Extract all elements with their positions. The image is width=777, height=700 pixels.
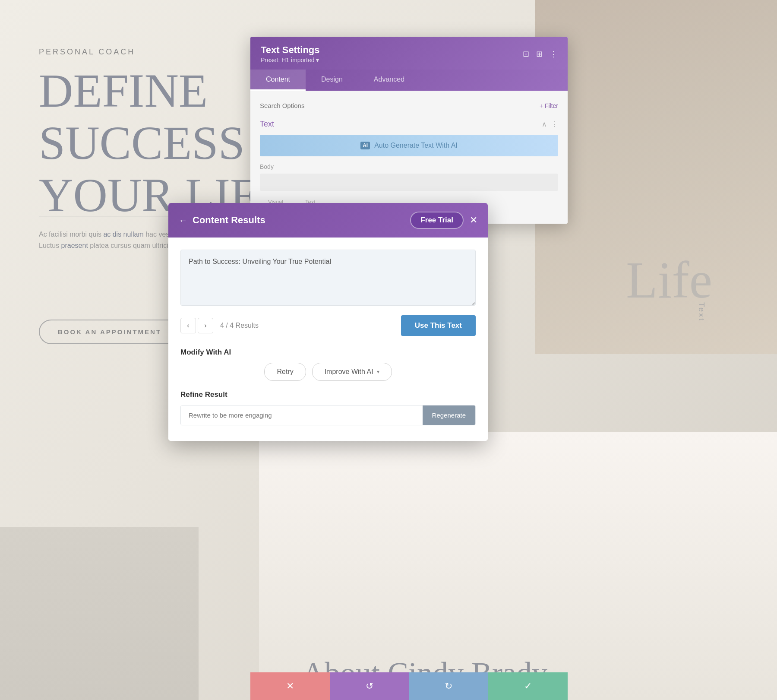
improve-dropdown-icon: ▾ <box>377 369 379 375</box>
close-modal-icon[interactable]: ✕ <box>470 215 477 225</box>
bg-bottom-left-image <box>0 527 199 700</box>
text-section-header: Text ∧ ⋮ <box>260 120 558 129</box>
chevron-up-icon[interactable]: ∧ <box>542 120 547 128</box>
undo-icon: ↺ <box>366 681 373 692</box>
back-arrow-icon[interactable]: ← <box>179 215 187 225</box>
book-appointment-button[interactable]: BOOK AN APPOINTMENT <box>39 320 180 344</box>
result-textarea[interactable]: Path to Success: Unveiling Your True Pot… <box>180 250 476 306</box>
modal-body: Path to Success: Unveiling Your True Pot… <box>168 238 488 441</box>
retry-button[interactable]: Retry <box>264 363 306 381</box>
panel-header-left: Text Settings Preset: H1 imported ▾ <box>261 44 320 63</box>
refine-input-row: Regenerate <box>180 405 476 425</box>
free-trial-badge[interactable]: Free Trial <box>410 212 464 229</box>
ai-generate-button[interactable]: AI Auto Generate Text With AI <box>260 135 558 156</box>
section-menu-icon[interactable]: ⋮ <box>551 120 558 128</box>
tab-design[interactable]: Design <box>306 70 358 91</box>
ai-generate-label: Auto Generate Text With AI <box>374 142 458 149</box>
panel-header-icons: ⊡ ⊞ ⋮ <box>523 49 557 59</box>
modify-buttons: Retry Improve With AI ▾ <box>180 363 476 381</box>
use-text-button[interactable]: Use This Text <box>401 315 476 336</box>
life-text: Life <box>626 250 712 310</box>
body-text-input-preview <box>260 174 558 191</box>
text-settings-panel: Text Settings Preset: H1 imported ▾ ⊡ ⊞ … <box>250 37 568 224</box>
panel-tabs: Content Design Advanced <box>250 70 568 91</box>
nav-row-left: ‹ › 4 / 4 Results <box>180 318 259 333</box>
tab-advanced[interactable]: Advanced <box>358 70 420 91</box>
undo-button[interactable]: ↺ <box>330 672 409 700</box>
regenerate-button[interactable]: Regenerate <box>423 405 475 425</box>
redo-button[interactable]: ↻ <box>409 672 489 700</box>
ai-badge-icon: AI <box>360 142 370 149</box>
refine-section: Refine Result Regenerate <box>180 390 476 425</box>
content-results-modal: ← Content Results Free Trial ✕ Path to S… <box>168 203 488 441</box>
cancel-button[interactable]: ✕ <box>250 672 330 700</box>
screenshot-icon[interactable]: ⊡ <box>523 49 529 59</box>
improve-label: Improve With AI <box>325 368 373 376</box>
more-options-icon[interactable]: ⋮ <box>550 49 557 59</box>
columns-icon[interactable]: ⊞ <box>536 49 543 59</box>
refine-input[interactable] <box>181 405 423 425</box>
search-input[interactable] <box>260 98 540 113</box>
navigation-row: ‹ › 4 / 4 Results Use This Text <box>180 315 476 336</box>
save-button[interactable]: ✓ <box>488 672 568 700</box>
text-section-label: Text <box>260 120 274 129</box>
filter-button[interactable]: + Filter <box>540 102 558 109</box>
modal-header-left: ← Content Results <box>179 215 265 226</box>
cancel-icon: ✕ <box>286 681 294 692</box>
improve-with-ai-button[interactable]: Improve With AI ▾ <box>312 363 392 381</box>
text-section-icons: ∧ ⋮ <box>542 120 558 128</box>
personal-coach-label: PERSONAL COACH <box>39 48 135 57</box>
tab-content[interactable]: Content <box>250 70 306 91</box>
modal-header: ← Content Results Free Trial ✕ <box>168 203 488 238</box>
refine-label: Refine Result <box>180 390 476 399</box>
panel-title: Text Settings <box>261 44 320 56</box>
modal-header-right: Free Trial ✕ <box>410 212 477 229</box>
results-count: 4 / 4 Results <box>220 322 259 329</box>
next-result-button[interactable]: › <box>198 318 213 333</box>
prev-result-button[interactable]: ‹ <box>180 318 196 333</box>
body-label: Body <box>260 163 558 170</box>
bottom-toolbar: ✕ ↺ ↻ ✓ <box>250 672 568 700</box>
modify-label: Modify With AI <box>180 348 476 357</box>
search-filter-row: + Filter <box>260 98 558 113</box>
modal-title: Content Results <box>193 215 265 226</box>
modify-section: Modify With AI Retry Improve With AI ▾ <box>180 348 476 381</box>
text-vertical-label: Text <box>697 302 706 322</box>
panel-preset[interactable]: Preset: H1 imported ▾ <box>261 57 320 63</box>
redo-icon: ↻ <box>445 681 452 692</box>
save-icon: ✓ <box>524 681 532 692</box>
panel-header: Text Settings Preset: H1 imported ▾ ⊡ ⊞ … <box>250 37 568 70</box>
